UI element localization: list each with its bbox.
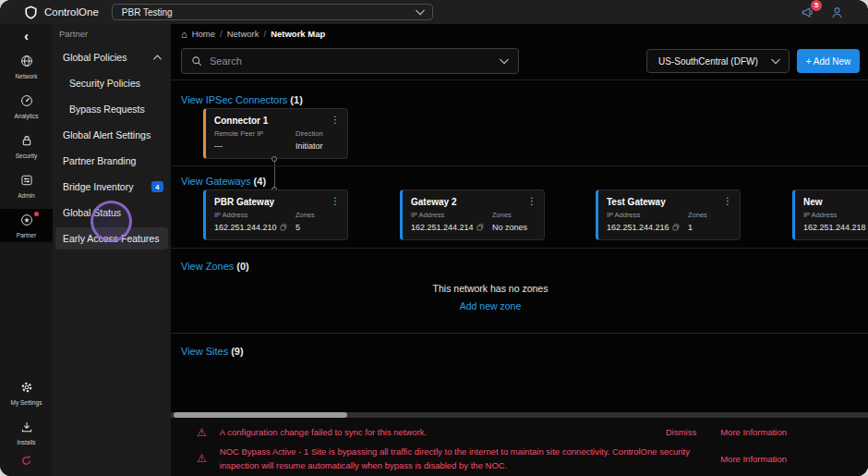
warning-icon: ⚠ [197, 452, 207, 465]
gateway-card-details: IP Address Zones 162.251.244.214 No zone… [403, 207, 544, 232]
add-new-zone-link[interactable]: Add new zone [460, 300, 522, 311]
breadcrumb-home[interactable]: Home [192, 29, 215, 39]
breadcrumb: ⌂ Home / Network / Network Map [181, 29, 325, 39]
section-title-text: View Gateways [181, 176, 251, 187]
section-title-text: View IPSec Connectors [181, 94, 287, 105]
sidebar-item-label: Partner Branding [63, 155, 136, 166]
gateway-card-details: IP Address Zones 162.251.244.218 [795, 207, 868, 232]
remote-peer-ip-value: --- [214, 141, 295, 151]
view-zones-link[interactable]: View Zones(0) [181, 261, 249, 272]
download-icon [20, 421, 33, 433]
alert-actions: More Information [720, 454, 868, 464]
sidebar-item-early-access-features[interactable]: Early Access Features [55, 227, 168, 250]
connector-card-details: Remote Peer IP Direction --- Initiator [206, 126, 347, 151]
sliders-icon [20, 174, 33, 187]
sync-icon[interactable] [20, 455, 32, 467]
sidebar-item-label: Security Policies [69, 78, 140, 89]
view-sites-link[interactable]: View Sites(9) [181, 346, 244, 357]
rail-item-admin[interactable]: Admin [0, 169, 53, 202]
topbar-actions: 5 [801, 6, 844, 19]
direction-value: Initiator [295, 141, 347, 151]
sidebar-item-bypass-requests[interactable]: Bypass Requests [53, 96, 171, 122]
section-title-text: View Zones [181, 261, 234, 272]
top-bar: ControlOne PBR Testing 5 [0, 0, 868, 24]
alert-text: A configuration change failed to sync fo… [220, 425, 666, 439]
app-window: ControlOne PBR Testing 5 ‹ Ne [0, 0, 868, 476]
star-circle-icon [20, 214, 33, 226]
gateway-card[interactable]: New IP Address Zones 162.251.244.218 [792, 189, 868, 240]
gauge-icon [20, 94, 33, 107]
rail-item-security[interactable]: Security [0, 129, 53, 163]
sidebar-item-bridge-inventory[interactable]: Bridge Inventory 4 [53, 174, 171, 200]
search-input[interactable] [210, 55, 492, 67]
view-gateways-link[interactable]: View Gateways(4) [181, 176, 266, 187]
rail-item-installs[interactable]: Installs [0, 416, 53, 449]
rail-item-my-settings[interactable]: My Settings [0, 376, 53, 409]
ip-address-value: 162.251.244.210 [214, 223, 277, 232]
chevron-down-icon [416, 9, 425, 16]
breadcrumb-network[interactable]: Network [227, 29, 259, 39]
gateway-card-details: IP Address Zones 162.251.244.210 5 [206, 207, 347, 232]
kebab-menu-icon[interactable]: ⋮ [524, 196, 540, 206]
rail-item-analytics[interactable]: Analytics [0, 90, 53, 123]
copy-icon[interactable] [476, 224, 484, 231]
zones-value: 1 [688, 223, 740, 232]
chevron-down-icon[interactable] [500, 58, 509, 65]
sidebar-item-global-policies[interactable]: Global Policies [53, 44, 171, 70]
gateway-card[interactable]: PBR Gateway ⋮ IP Address Zones 162.251.2… [203, 189, 348, 240]
copy-icon[interactable] [672, 224, 680, 231]
rail-item-partner[interactable]: Partner [0, 209, 53, 242]
sidebar-item-label: Bridge Inventory [63, 181, 133, 192]
topology-connector-line [274, 159, 275, 189]
announcements-icon[interactable]: 5 [801, 6, 814, 19]
more-information-link[interactable]: More Information [720, 454, 787, 464]
zones-empty-state: This network has no zones Add new zone [171, 283, 810, 313]
account-icon[interactable] [830, 6, 844, 19]
chevron-up-icon [153, 55, 162, 60]
icon-rail: ‹ Network Analytics Security [0, 24, 53, 476]
globe-icon [20, 55, 33, 67]
sidebar-item-security-policies[interactable]: Security Policies [53, 70, 171, 96]
section-title-text: View Sites [181, 346, 228, 357]
section-count: (1) [290, 94, 302, 105]
alert-actions: Dismiss More Information [666, 427, 868, 437]
breadcrumb-current: Network Map [271, 29, 325, 39]
kebab-menu-icon[interactable]: ⋮ [327, 115, 344, 125]
section-count: (4) [254, 176, 266, 187]
connector-card[interactable]: Connector 1 ⋮ Remote Peer IP Direction -… [203, 108, 348, 159]
controlone-logo-icon [24, 6, 38, 19]
gateway-card[interactable]: Test Gateway ⋮ IP Address Zones 162.251.… [596, 189, 741, 240]
section-count: (9) [231, 346, 243, 357]
ip-address-label: IP Address [803, 211, 868, 219]
network-selector-dropdown[interactable]: PBR Testing [112, 4, 433, 20]
rail-item-network[interactable]: Network [0, 50, 53, 83]
alert-row: ⚠ NOC Bypass Active - 1 Site is bypassin… [171, 442, 868, 475]
more-information-link[interactable]: More Information [720, 427, 787, 437]
gateway-card-title: New [795, 190, 868, 207]
alert-row: ⚠ A configuration change failed to sync … [171, 422, 868, 442]
ip-address-value: 162.251.244.218 [803, 223, 866, 232]
copy-icon[interactable] [280, 224, 287, 231]
sidebar-item-global-alert-settings[interactable]: Global Alert Settings [53, 122, 171, 148]
zones-value: No zones [492, 223, 544, 232]
sidebar-item-global-status[interactable]: Global Status [53, 200, 171, 226]
kebab-menu-icon[interactable]: ⋮ [719, 196, 736, 206]
dismiss-link[interactable]: Dismiss [666, 427, 696, 437]
notification-badge: 5 [811, 0, 822, 11]
sidebar-item-partner-branding[interactable]: Partner Branding [53, 148, 171, 174]
sidebar-item-label: Early Access Features [63, 233, 159, 244]
gateway-card-details: IP Address Zones 162.251.244.216 1 [598, 207, 740, 232]
alert-banner-area: ⚠ A configuration change failed to sync … [171, 418, 868, 476]
rail-item-label: Analytics [0, 113, 53, 119]
home-icon: ⌂ [181, 30, 187, 39]
collapse-sidebar-icon[interactable]: ‹ [24, 29, 29, 43]
partner-sidebar: Partner Global Policies Security Policie… [53, 24, 171, 476]
topology-node [271, 156, 277, 162]
kebab-menu-icon[interactable]: ⋮ [327, 196, 344, 206]
region-selector-dropdown[interactable]: US-SouthCentral (DFW) [646, 49, 790, 73]
view-ipsec-connectors-link[interactable]: View IPSec Connectors(1) [181, 94, 303, 105]
add-new-button[interactable]: + Add New [797, 49, 860, 73]
gateway-card[interactable]: Gateway 2 ⋮ IP Address Zones 162.251.244… [400, 189, 545, 240]
rail-item-label: Installs [0, 439, 53, 445]
sidebar-item-label: Bypass Requests [69, 104, 145, 115]
